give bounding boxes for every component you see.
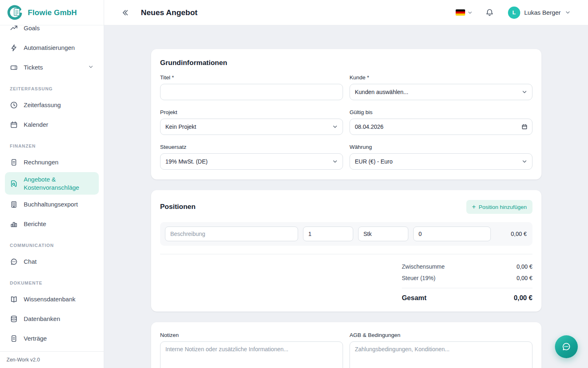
collapse-sidebar-button[interactable] (120, 8, 129, 17)
tax-value: 0,00 € (517, 275, 532, 281)
notifications-button[interactable] (485, 8, 494, 17)
gueltig-bis-label: Gültig bis (350, 109, 532, 115)
steuersatz-select[interactable]: 19% MwSt. (DE) (160, 153, 343, 170)
invoice-icon (10, 158, 18, 166)
chevron-down-icon (332, 124, 338, 130)
topbar: Neues Angebot L Lukas Berger (104, 0, 588, 25)
positions-header: Positionen + Position hinzufügen (160, 200, 532, 214)
titel-label: Titel * (160, 74, 343, 81)
user-name: Lukas Berger (524, 9, 561, 16)
agb-field-group: AGB & Bedingungen (350, 332, 532, 368)
sidebar-item-rechnungen[interactable]: Rechnungen (5, 153, 99, 172)
trending-up-icon (10, 25, 18, 32)
sidebar-item-label: Kalender (24, 121, 48, 129)
chevron-down-icon (521, 89, 528, 95)
notes-card: Notizen AGB & Bedingungen (151, 322, 541, 368)
titel-field-group: Titel * (160, 74, 343, 100)
steuersatz-field-group: Steuersatz 19% MwSt. (DE) (160, 144, 343, 170)
clock-icon (10, 101, 18, 109)
chevron-down-icon (521, 159, 528, 165)
position-unit-input[interactable] (358, 227, 408, 241)
lightning-icon (10, 44, 18, 52)
sidebar-item-buchhaltungsexport[interactable]: Buchhaltungsexport (5, 195, 99, 214)
sidebar-item-zeiterfassung[interactable]: Zeiterfassung (5, 95, 99, 115)
sidebar-item-label: Zeiterfassung (24, 101, 61, 109)
sidebar-item-label: Angebote & Kostenvoranschläge (24, 175, 94, 191)
positions-title: Positionen (160, 203, 196, 211)
chat-bubble-icon (10, 258, 18, 266)
calendar-icon (521, 124, 528, 130)
notizen-field-group: Notizen (160, 332, 343, 368)
grand-total-row: Gesamt 0,00 € (402, 288, 532, 302)
totals-block: Zwischensumme 0,00 € Steuer (19%) 0,00 €… (402, 261, 532, 302)
chevron-down-icon (88, 64, 94, 71)
waehrung-select[interactable]: EUR (€) - Euro (350, 153, 532, 170)
agb-textarea[interactable] (350, 341, 532, 368)
titel-input[interactable] (160, 84, 343, 100)
subtotal-row: Zwischensumme 0,00 € (402, 261, 532, 272)
sidebar-item-label: Chat (24, 258, 37, 266)
position-row: 0,00 € (160, 222, 532, 246)
add-position-label: Position hinzufügen (479, 204, 527, 210)
basic-info-title: Grundinformationen (160, 59, 532, 67)
sidebar-item-chat[interactable]: Chat (5, 252, 99, 272)
sidebar-item-datenbanken[interactable]: Datenbanken (5, 309, 99, 329)
chevron-down-icon (467, 10, 473, 16)
sidebar-item-goals[interactable]: Goals (5, 25, 99, 38)
sidebar-item-berichte[interactable]: Berichte (5, 214, 99, 234)
sidebar-item-label: Rechnungen (24, 158, 58, 166)
language-selector[interactable] (456, 9, 473, 16)
main-area: Neues Angebot L Lukas Berger (104, 0, 588, 368)
bar-chart-icon (10, 220, 18, 228)
plus-icon: + (472, 204, 476, 210)
position-price-input[interactable] (413, 227, 491, 241)
tax-row: Steuer (19%) 0,00 € (402, 272, 532, 284)
kunde-field-group: Kunde * Kunden auswählen... (350, 74, 532, 100)
app-version: Zen-Work v2.0 (0, 351, 104, 368)
tax-label: Steuer (19%) (402, 275, 435, 281)
kunde-select[interactable]: Kunden auswählen... (350, 84, 532, 100)
sidebar-item-label: Berichte (24, 220, 46, 228)
support-chat-fab[interactable] (555, 335, 578, 358)
sidebar-item-vertraege[interactable]: Verträge (5, 329, 99, 348)
sidebar-item-tickets[interactable]: Tickets (5, 58, 99, 77)
contract-icon (10, 334, 18, 343)
book-icon (10, 295, 18, 303)
positions-divider (160, 254, 532, 254)
brand-name: Flowie GmbH (28, 8, 77, 17)
projekt-label: Projekt (160, 109, 343, 115)
sidebar-item-label: Datenbanken (24, 315, 60, 323)
sidebar-item-kalender[interactable]: Kalender (5, 115, 99, 135)
subtotal-value: 0,00 € (517, 263, 532, 270)
sidebar: Flowie GmbH Goals Automatisierungen Tick… (0, 0, 104, 368)
notizen-textarea[interactable] (160, 341, 343, 368)
grand-total-value: 0,00 € (514, 294, 532, 302)
notes-grid: Notizen AGB & Bedingungen (160, 332, 532, 368)
projekt-select[interactable]: Kein Projekt (160, 119, 343, 135)
brand-header: Flowie GmbH (0, 0, 104, 25)
sidebar-item-angebote-kostenvoranschlaege[interactable]: Angebote & Kostenvoranschläge (5, 172, 99, 195)
basic-info-form: Titel * Kunde * Kunden auswählen... Proj… (160, 74, 532, 170)
gueltig-bis-value: 08.04.2026 (355, 123, 383, 130)
bell-icon (485, 8, 494, 17)
section-label-finanzen: FINANZEN (10, 144, 94, 148)
steuersatz-select-value: 19% MwSt. (DE) (165, 158, 207, 165)
section-label-zeiterfassung: ZEITERFASSUNG (10, 86, 94, 91)
topbar-right: L Lukas Berger (456, 7, 571, 19)
sidebar-item-label: Automatisierungen (24, 44, 75, 52)
sidebar-item-automatisierungen[interactable]: Automatisierungen (5, 38, 99, 58)
position-quantity-input[interactable] (303, 227, 353, 241)
position-description-input[interactable] (165, 227, 298, 241)
sidebar-item-label: Tickets (24, 63, 43, 72)
user-menu[interactable]: L Lukas Berger (508, 7, 571, 19)
sidebar-item-label: Buchhaltungsexport (24, 200, 78, 209)
add-position-button[interactable]: + Position hinzufügen (466, 200, 532, 214)
gueltig-bis-date-input[interactable]: 08.04.2026 (350, 119, 532, 135)
database-icon (10, 315, 18, 323)
german-flag-icon (456, 9, 465, 16)
kunde-label: Kunde * (350, 74, 532, 81)
double-chevron-left-icon (120, 8, 129, 17)
sidebar-item-label: Goals (24, 25, 40, 32)
position-line-total: 0,00 € (511, 231, 528, 237)
sidebar-item-wissensdatenbank[interactable]: Wissensdatenbank (5, 289, 99, 309)
